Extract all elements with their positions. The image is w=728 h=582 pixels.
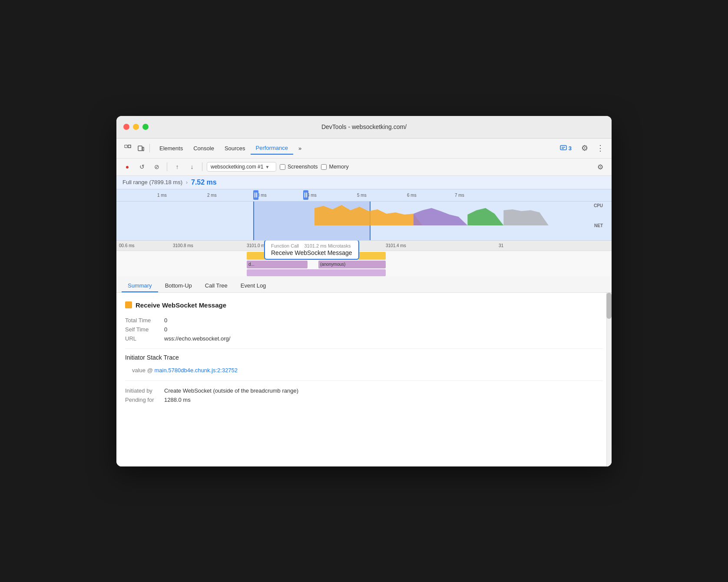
memory-checkbox[interactable] [321,164,327,170]
svg-rect-0 [125,145,127,148]
close-button[interactable] [123,124,129,130]
ruler-3ms: 3 ms [257,193,267,198]
time-label-6: 31 [499,243,503,248]
capture-settings-icon[interactable]: ⚙ [594,161,606,173]
svg-rect-1 [128,145,131,148]
flame-bar-4[interactable] [247,269,386,276]
ruler-6ms: 6 ms [407,193,417,198]
sub-separator-2 [202,162,202,171]
self-time-label: Self Time [125,326,164,333]
scrollbar-thumb[interactable] [606,293,612,319]
bottom-tabs: Summary Bottom-Up Call Tree Event Log [116,276,612,293]
tab-call-tree[interactable]: Call Tree [199,280,234,292]
reload-record-button[interactable]: ↺ [136,161,148,172]
toolbar-separator [149,144,150,152]
svg-marker-8 [414,208,467,225]
feedback-badge[interactable]: 3 [556,143,575,153]
timeline-area[interactable]: 1 ms 2 ms 3 ms 4 ms 5 ms 6 ms 7 ms CPU [116,189,612,276]
titlebar: DevTools - websocketking.com/ [116,116,612,139]
initiator-section-title: Initiator Stack Trace [125,354,603,361]
clear-button[interactable]: ⊘ [151,161,162,172]
screenshots-label: Screenshots [288,164,318,170]
initiated-by-val: Create WebSocket (outside of the breadcr… [164,387,298,394]
flame-bar-3[interactable]: (anonymous) [318,261,386,268]
nav-elements[interactable]: Elements [154,142,188,154]
event-title-text: Receive WebSocket Message [136,301,226,309]
url-selector[interactable]: websocketking.com #1 ▼ [207,162,276,172]
performance-subtoolbar: ● ↺ ⊘ ↑ ↓ websocketking.com #1 ▼ Screens… [116,159,612,176]
time-label-5: 3101.4 ms [386,243,406,248]
url-row: URL wss://echo.websocket.org/ [125,334,603,343]
self-time-row: Self Time 0 [125,325,603,334]
url-selector-text: websocketking.com #1 [211,164,263,170]
record-button[interactable]: ● [122,161,133,172]
flame-bar-2[interactable]: d... [247,261,308,268]
svg-marker-10 [503,209,549,225]
memory-checkbox-label[interactable]: Memory [321,164,348,170]
time-row: 00.6 ms 3100.8 ms 3101.0 ms Function Cal… [116,241,612,251]
selection-right-marker[interactable] [303,190,308,200]
download-button[interactable]: ↓ [186,161,198,172]
url-label: URL [125,335,164,342]
summary-event-title: Receive WebSocket Message [125,301,603,309]
self-time-val: 0 [164,326,167,333]
time-label-2: 3100.8 ms [173,243,193,248]
time-label-1: 00.6 ms [119,243,135,248]
event-color-icon [125,301,132,308]
maximize-button[interactable] [142,124,149,130]
ruler-5ms: 5 ms [357,193,367,198]
device-toolbar-icon[interactable] [135,142,147,154]
tab-summary[interactable]: Summary [122,280,158,292]
settings-icon[interactable]: ⚙ [579,142,591,154]
total-time-val: 0 [164,317,167,324]
tab-bottom-up[interactable]: Bottom-Up [159,280,198,292]
inspect-element-icon[interactable] [122,142,134,154]
tooltip-message: Receive WebSocket Message [271,249,352,256]
nav-performance[interactable]: Performance [251,142,293,155]
svg-rect-2 [138,146,142,151]
screenshots-checkbox[interactable] [280,164,285,170]
cpu-chart [116,202,612,225]
svg-rect-3 [142,147,144,151]
main-nav: Elements Console Sources Performance » [154,142,307,155]
code-value-line: value @ main.5780db4e.chunk.js:2:32752 [125,365,603,375]
selection-left-marker[interactable] [253,190,258,200]
devtools-window: DevTools - websocketking.com/ Elements C… [116,116,612,466]
pending-for-val: 1288.0 ms [164,397,191,403]
selected-range: 7.52 ms [191,179,217,186]
nav-more[interactable]: » [293,142,307,154]
tooltip-popup: Function Call 3101.2 ms Microtasks Recei… [264,241,359,260]
flame-label-d: d... [248,262,255,267]
tab-event-log[interactable]: Event Log [235,280,272,292]
svg-marker-9 [467,208,503,225]
total-time-row: Total Time 0 [125,316,603,325]
ruler-1ms: 1 ms [157,193,167,198]
code-link[interactable]: main.5780db4e.chunk.js:2:32752 [155,367,238,374]
summary-divider-1 [125,348,603,349]
tooltip-line1: Function Call 3101.2 ms Microtasks [271,243,352,248]
initiated-by-row: Initiated by Create WebSocket (outside o… [125,386,603,395]
svg-marker-7 [314,205,423,225]
url-selector-arrow: ▼ [265,165,269,169]
window-title: DevTools - websocketking.com/ [321,123,407,130]
svg-rect-4 [560,146,566,150]
summary-divider-2 [125,380,603,381]
traffic-lights [123,124,149,130]
minimize-button[interactable] [133,124,139,130]
nav-console[interactable]: Console [188,142,219,154]
summary-panel: Receive WebSocket Message Total Time 0 S… [116,293,612,466]
pending-for-label: Pending for [125,397,164,403]
memory-label: Memory [329,164,348,170]
flamechart: d... (anonymous) [116,251,612,276]
screenshots-checkbox-label[interactable]: Screenshots [280,164,318,170]
nav-sources[interactable]: Sources [219,142,251,154]
url-val: wss://echo.websocket.org/ [164,335,230,342]
upload-button[interactable]: ↑ [172,161,183,172]
sub-separator-1 [167,162,167,171]
main-toolbar: Elements Console Sources Performance » 3… [116,139,612,159]
more-options-icon[interactable]: ⋮ [594,142,606,154]
scrollbar-track[interactable] [606,293,612,466]
full-range-label: Full range (7899.18 ms) [122,179,182,185]
flame-label-anonymous: (anonymous) [320,262,345,267]
ruler-4ms: 4 ms [307,193,317,198]
